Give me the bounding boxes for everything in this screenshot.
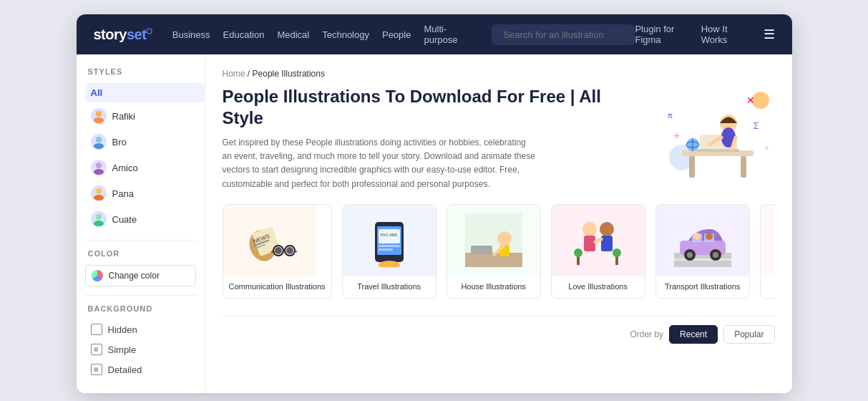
page-title: People Illustrations To Download For Fre… [223,86,646,129]
plugin-figma-link[interactable]: Plugin for Figma [635,24,686,45]
order-label: Order by [630,329,663,339]
svg-rect-16 [741,156,746,178]
illus-img-transport [656,205,749,276]
nav-education[interactable]: Education [223,29,265,40]
svg-text:○: ○ [764,144,769,152]
bg-hidden[interactable]: Hidden [85,320,205,339]
bg-detailed[interactable]: ▩ Detailed [85,360,205,379]
sidebar-item-bro[interactable]: Bro [85,130,205,154]
bg-hidden-label: Hidden [108,324,137,335]
logo[interactable]: storyset⬡ [94,26,152,43]
sidebar-item-amico[interactable]: Amico [85,155,205,180]
svg-rect-57 [601,236,613,251]
illus-card-love[interactable]: Love Illustrations [551,204,645,299]
breadcrumb-home[interactable]: Home [223,69,245,79]
sidebar-item-all[interactable]: All [85,83,205,102]
bg-simple[interactable]: ▦ Simple [85,340,205,359]
svg-point-5 [94,169,104,175]
illustration-grid: NEWS Communicati [223,204,775,304]
illus-label-beauty: Beauty Illustrati... [761,276,775,298]
svg-rect-55 [584,236,595,251]
page-header: People Illustrations To Download For Fre… [223,86,775,191]
bg-hidden-icon [91,324,102,335]
illus-img-beauty: ✦ ✿ [761,205,775,276]
bg-detailed-label: Detailed [108,364,142,375]
amico-avatar [91,160,107,175]
illus-label-house: House Illustrations [447,276,540,298]
svg-point-0 [96,111,102,117]
svg-point-8 [96,214,102,220]
change-color-button[interactable]: Change color [85,265,196,286]
svg-point-73 [706,233,713,240]
bg-detailed-icon: ▩ [91,364,102,375]
svg-line-58 [595,239,601,242]
bro-label: Bro [112,137,127,148]
all-label: All [91,87,103,98]
illus-img-love [552,205,645,276]
bg-simple-icon: ▦ [91,344,102,355]
rafiki-label: Rafiki [112,111,136,122]
order-bar: Order by Recent Popular [223,316,775,344]
nav-medical[interactable]: Medical [277,29,309,40]
browser-window: storyset⬡ Business Education Medical Tec… [77,14,792,393]
order-popular-button[interactable]: Popular [723,325,774,344]
svg-rect-64 [674,259,731,261]
svg-point-1 [94,117,104,123]
hero-illustration: ✕ π [660,86,775,186]
svg-text:Σ: Σ [754,121,759,131]
svg-point-9 [94,221,104,226]
sidebar: STYLES All Rafiki Bro Amico [77,54,205,393]
illus-card-house[interactable]: House Illustrations [447,204,541,299]
svg-point-60 [574,248,582,257]
bg-simple-label: Simple [108,344,137,355]
sidebar-item-cuate[interactable]: Cuate [85,207,205,231]
nav-multipurpose[interactable]: Multi-purpose [424,24,472,45]
svg-point-2 [96,137,102,142]
svg-rect-46 [379,248,393,251]
sidebar-divider-2 [85,295,196,296]
svg-rect-45 [379,245,400,247]
cuate-avatar [91,211,107,227]
page-description: Get inspired by these People illustratio… [223,136,537,191]
illus-card-beauty[interactable]: ✦ ✿ Beauty Illustrati... [760,204,775,299]
svg-text:✕: ✕ [746,95,755,106]
nav-people[interactable]: People [382,29,411,40]
pana-avatar [91,185,107,201]
pana-label: Pana [112,188,134,199]
rafiki-avatar [91,108,107,124]
illus-label-transport: Transport Illustrations [656,276,749,298]
hamburger-icon[interactable]: ☰ [764,26,775,42]
svg-point-72 [693,233,701,240]
main-content: Home / People Illustrations People Illus… [205,54,792,393]
order-recent-button[interactable]: Recent [669,325,718,344]
svg-point-69 [713,252,718,258]
color-label: COLOR [85,249,205,258]
illus-label-communication: Communication Illustrations [223,276,331,298]
sidebar-item-pana[interactable]: Pana [85,181,205,206]
sidebar-item-rafiki[interactable]: Rafiki [85,104,205,128]
svg-point-67 [687,252,693,258]
styles-label: STYLES [85,67,205,76]
svg-text:+: + [673,130,680,142]
sidebar-divider-1 [85,240,196,241]
svg-text:NYC-AMS: NYC-AMS [381,233,398,237]
illus-label-travel: Travel Illustrations [343,276,436,298]
svg-point-62 [613,248,621,257]
nav-technology[interactable]: Technology [322,29,369,40]
cuate-label: Cuate [112,214,137,225]
illus-card-travel[interactable]: NYC-AMS Travel Illustrations [342,204,437,299]
svg-point-39 [275,247,282,254]
svg-point-54 [582,222,597,236]
illus-img-communication: NEWS [223,205,316,276]
navbar: storyset⬡ Business Education Medical Tec… [77,14,792,54]
nav-business[interactable]: Business [172,29,210,40]
illus-card-communication[interactable]: NEWS Communicati [223,204,332,299]
change-color-label: Change color [109,271,160,281]
search-input[interactable] [492,24,635,45]
illus-label-love: Love Illustrations [552,276,645,298]
breadcrumb-current: People Illustrations [253,69,325,79]
illus-card-transport[interactable]: Transport Illustrations [655,204,750,299]
svg-point-56 [600,222,614,236]
how-it-works-link[interactable]: How It Works [701,24,743,45]
main-layout: STYLES All Rafiki Bro Amico [77,54,792,393]
